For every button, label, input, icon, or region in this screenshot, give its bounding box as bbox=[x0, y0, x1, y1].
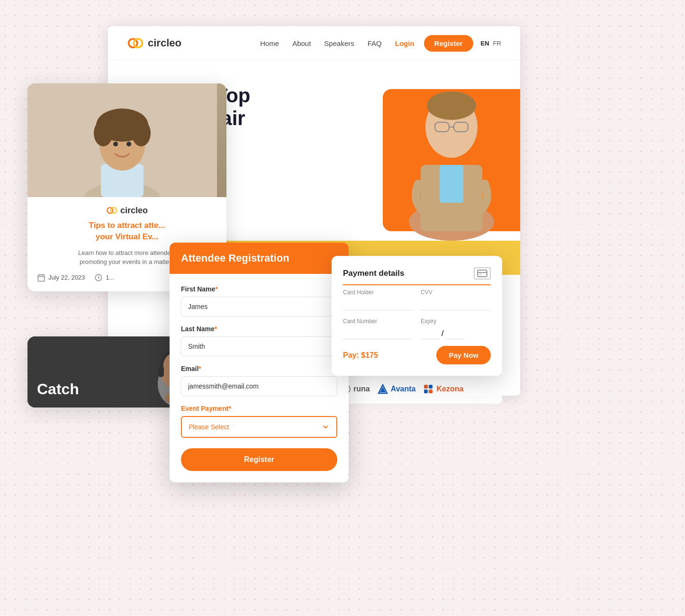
clock-icon bbox=[94, 273, 103, 282]
blog-card-image bbox=[27, 83, 226, 197]
card-number-input[interactable] bbox=[343, 327, 413, 339]
svg-point-18 bbox=[113, 142, 118, 146]
blog-logo-text: circleo bbox=[120, 206, 148, 216]
avanta-icon bbox=[378, 384, 388, 394]
language-switcher: EN FR bbox=[481, 40, 501, 47]
expiry-separator: / bbox=[442, 329, 443, 338]
sponsor-avanta: Avanta bbox=[378, 384, 416, 394]
kezona-icon bbox=[423, 384, 433, 394]
blog-2-overlay-text: Catch bbox=[37, 380, 79, 398]
expiry-label: Expiry bbox=[421, 318, 491, 325]
card-holder-label: Card Holder bbox=[343, 289, 413, 296]
payment-card: Payment details Card Holder CVV Card Num… bbox=[332, 256, 502, 376]
blog-person-svg bbox=[27, 83, 217, 197]
svg-point-21 bbox=[111, 208, 117, 213]
navigation-bar: circleo Home About Speakers FAQ Login Re… bbox=[108, 26, 520, 61]
nav-register-button[interactable]: Register bbox=[424, 35, 473, 52]
pay-now-button[interactable]: Pay Now bbox=[436, 346, 491, 364]
email-required: * bbox=[198, 365, 201, 372]
pay-value: $175 bbox=[361, 351, 378, 359]
register-submit-button[interactable]: Register bbox=[181, 448, 337, 471]
last-name-label: Last Name* bbox=[181, 325, 337, 333]
first-name-required: * bbox=[215, 285, 217, 293]
lang-en[interactable]: EN bbox=[481, 40, 489, 47]
card-holder-input[interactable] bbox=[343, 299, 413, 310]
nav-faq[interactable]: FAQ bbox=[368, 39, 382, 47]
payment-fields: Card Holder CVV Card Number Expiry / bbox=[343, 289, 491, 339]
lang-fr[interactable]: FR bbox=[493, 40, 501, 47]
svg-rect-44 bbox=[429, 390, 433, 393]
payment-title: Payment details bbox=[343, 269, 404, 278]
sponsors-section: runa Avanta Kezona bbox=[332, 374, 502, 404]
form-title: Attendee Registration bbox=[181, 252, 289, 264]
first-name-label: First Name* bbox=[181, 285, 337, 293]
nav-home[interactable]: Home bbox=[260, 39, 279, 47]
blog-time: 1... bbox=[94, 273, 114, 282]
payment-label: Event Payment* bbox=[181, 405, 337, 412]
registration-form: Attendee Registration First Name* Last N… bbox=[170, 243, 349, 482]
payment-footer: Pay: $175 Pay Now bbox=[343, 346, 491, 364]
card-number-field: Card Number bbox=[343, 318, 413, 339]
hero-image-container bbox=[369, 61, 520, 241]
first-name-input[interactable] bbox=[181, 297, 337, 317]
cvv-label: CVV bbox=[421, 289, 491, 296]
nav-speakers[interactable]: Speakers bbox=[324, 39, 354, 47]
logo-icon bbox=[127, 35, 144, 52]
form-header: Attendee Registration bbox=[170, 243, 349, 274]
card-holder-field: Card Holder bbox=[343, 289, 413, 310]
payment-required: * bbox=[228, 405, 231, 412]
svg-point-5 bbox=[427, 91, 476, 120]
svg-rect-43 bbox=[424, 390, 428, 393]
hero-person-image bbox=[383, 61, 520, 241]
svg-rect-36 bbox=[479, 274, 481, 275]
chevron-down-icon bbox=[321, 423, 330, 431]
form-body: First Name* Last Name* Email* Event Paym… bbox=[170, 274, 349, 482]
expiry-field: Expiry / bbox=[421, 318, 491, 339]
expiry-month-input[interactable] bbox=[421, 327, 440, 339]
logo[interactable]: circleo bbox=[127, 35, 181, 52]
cvv-field: CVV bbox=[421, 289, 491, 310]
svg-point-19 bbox=[126, 142, 131, 146]
cvv-input[interactable] bbox=[421, 299, 491, 310]
blog-card-logo: circleo bbox=[27, 197, 226, 220]
svg-rect-41 bbox=[424, 385, 428, 389]
credit-card-icon bbox=[474, 267, 491, 280]
svg-rect-22 bbox=[38, 275, 45, 281]
svg-point-17 bbox=[132, 120, 151, 146]
svg-rect-34 bbox=[478, 270, 487, 277]
last-name-input[interactable] bbox=[181, 336, 337, 356]
svg-point-16 bbox=[94, 120, 113, 146]
svg-rect-30 bbox=[158, 366, 164, 377]
payment-select[interactable]: Please Select bbox=[181, 416, 337, 438]
svg-rect-42 bbox=[429, 385, 433, 389]
last-name-required: * bbox=[215, 325, 217, 333]
payment-header: Payment details bbox=[343, 267, 491, 285]
nav-links: Home About Speakers FAQ Login bbox=[260, 39, 414, 47]
svg-rect-9 bbox=[440, 165, 463, 203]
logo-text: circleo bbox=[148, 37, 181, 49]
email-label: Email* bbox=[181, 365, 337, 372]
nav-login[interactable]: Login bbox=[395, 39, 415, 47]
blog-date: July 22, 2023 bbox=[37, 273, 85, 282]
expiry-year-input[interactable] bbox=[445, 327, 464, 339]
card-svg-icon bbox=[477, 270, 487, 277]
email-input[interactable] bbox=[181, 376, 337, 396]
calendar-icon bbox=[37, 273, 45, 282]
blog-logo-icon bbox=[106, 205, 117, 216]
pay-amount: Pay: $175 bbox=[343, 351, 378, 360]
sponsor-kezona: Kezona bbox=[423, 384, 463, 394]
nav-about[interactable]: About bbox=[292, 39, 311, 47]
card-number-label: Card Number bbox=[343, 318, 413, 325]
